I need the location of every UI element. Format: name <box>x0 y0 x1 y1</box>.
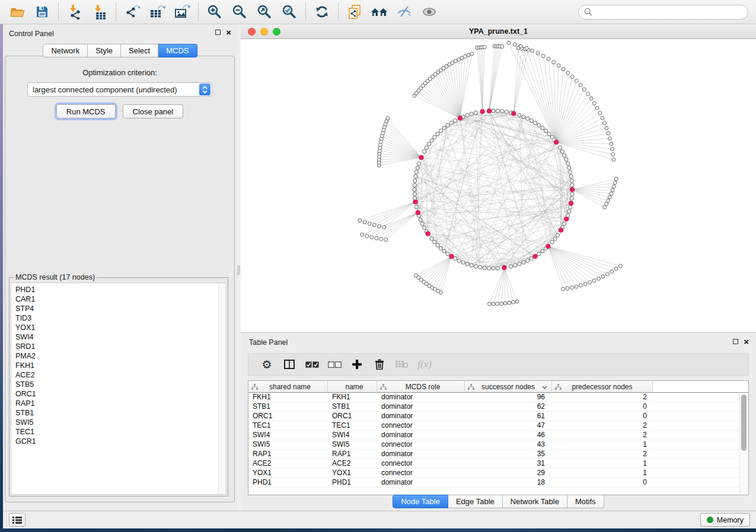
table-row[interactable]: ACE2ACE2connector311 <box>248 459 748 469</box>
table-cell[interactable]: connector <box>377 469 465 477</box>
table-cell[interactable]: ACE2 <box>328 459 377 468</box>
column-header-name[interactable]: name <box>328 381 377 392</box>
tab-motifs[interactable]: Motifs <box>567 495 604 508</box>
table-cell[interactable]: connector <box>377 459 465 468</box>
splitter-handle[interactable] <box>237 265 240 275</box>
mcds-result-item[interactable]: SRD1 <box>15 342 226 351</box>
mcds-result-item[interactable]: STB5 <box>15 380 226 389</box>
mcds-result-item[interactable]: RAP1 <box>15 399 226 408</box>
table-cell[interactable]: 62 <box>465 402 552 411</box>
tab-style[interactable]: Style <box>88 44 121 57</box>
table-cell[interactable]: YOX1 <box>328 469 377 477</box>
table-cell[interactable]: TEC1 <box>248 421 328 430</box>
zoom-in-button[interactable] <box>202 1 227 23</box>
table-cell[interactable]: ACE2 <box>248 459 328 468</box>
mcds-result-item[interactable]: SWI5 <box>15 418 226 427</box>
first-neighbors-button[interactable] <box>367 1 392 23</box>
task-history-button[interactable] <box>9 513 25 527</box>
table-cell[interactable]: 2 <box>552 431 653 440</box>
table-cell[interactable]: connector <box>377 421 465 430</box>
mcds-result-item[interactable]: TID3 <box>15 313 226 323</box>
table-row[interactable]: SWI5SWI5connector431 <box>248 440 748 450</box>
float-panel-icon[interactable] <box>215 30 221 35</box>
table-cell[interactable]: 2 <box>552 421 653 430</box>
table-cell[interactable]: SWI4 <box>248 431 328 440</box>
table-row[interactable]: FKH1FKH1dominator962 <box>248 393 748 402</box>
table-cell[interactable]: 47 <box>465 421 552 430</box>
tab-mcds[interactable]: MCDS <box>158 44 197 57</box>
table-cell[interactable]: FKH1 <box>248 393 328 402</box>
mcds-result-item[interactable]: ACE2 <box>15 370 226 380</box>
column-header-predecessor-nodes[interactable]: predecessor nodes <box>552 381 653 392</box>
open-file-button[interactable] <box>5 1 30 23</box>
criterion-dropdown[interactable]: largest connected component (undirected) <box>27 82 212 97</box>
table-cell[interactable]: dominator <box>377 450 465 459</box>
table-cell[interactable]: 29 <box>465 469 552 477</box>
mcds-result-item[interactable]: STP4 <box>15 304 226 313</box>
mcds-result-item[interactable]: PMA2 <box>15 351 226 361</box>
table-cell[interactable]: YOX1 <box>248 469 328 477</box>
table-cell[interactable]: dominator <box>377 393 465 402</box>
delete-table-button[interactable] <box>391 355 413 373</box>
close-panel-button[interactable]: Close panel <box>123 104 184 118</box>
table-row[interactable]: YOX1YOX1connector291 <box>248 469 748 478</box>
table-row[interactable]: ORC1ORC1dominator610 <box>248 412 748 421</box>
tab-select[interactable]: Select <box>121 44 158 57</box>
table-cell[interactable]: ORC1 <box>328 412 377 421</box>
table-row[interactable]: SWI4SWI4dominator462 <box>248 431 748 440</box>
table-cell[interactable]: SWI5 <box>328 440 377 449</box>
table-cell[interactable]: RAP1 <box>248 450 328 459</box>
search-input[interactable] <box>596 8 748 17</box>
new-network-from-selection-button[interactable] <box>342 1 367 23</box>
export-image-button[interactable] <box>170 1 194 23</box>
table-cell[interactable]: 1 <box>552 459 653 468</box>
deselect-all-button[interactable] <box>323 355 346 373</box>
table-cell[interactable]: 1 <box>552 469 653 477</box>
column-header-shared-name[interactable]: shared name <box>248 381 328 392</box>
show-all-button[interactable] <box>417 1 442 23</box>
table-cell[interactable]: SWI4 <box>328 431 377 440</box>
import-table-button[interactable] <box>87 1 112 23</box>
hide-selected-button[interactable] <box>392 1 417 23</box>
table-cell[interactable]: STB1 <box>328 402 377 411</box>
tab-node-table[interactable]: Node Table <box>393 495 448 508</box>
table-cell[interactable]: RAP1 <box>328 450 377 459</box>
mcds-result-item[interactable]: GCR1 <box>15 437 226 446</box>
table-cell[interactable]: 43 <box>465 440 552 449</box>
table-cell[interactable]: PHD1 <box>248 478 328 487</box>
mcds-list-scrollbar[interactable] <box>218 283 226 494</box>
mcds-result-item[interactable]: SWI4 <box>15 332 226 342</box>
float-table-panel-icon[interactable] <box>733 339 738 344</box>
search-box[interactable] <box>578 5 748 20</box>
mcds-result-item[interactable]: CAR1 <box>15 294 226 304</box>
table-cell[interactable]: 96 <box>465 393 552 402</box>
table-scrollbar[interactable] <box>739 393 748 494</box>
zoom-out-button[interactable] <box>227 1 252 23</box>
zoom-fit-button[interactable] <box>252 1 277 23</box>
table-cell[interactable]: FKH1 <box>328 393 377 402</box>
zoom-selected-button[interactable] <box>277 1 302 23</box>
function-builder-button[interactable]: f(x) <box>413 355 436 373</box>
mcds-result-item[interactable]: STB1 <box>15 408 226 418</box>
table-cell[interactable]: 35 <box>465 450 552 459</box>
mcds-result-item[interactable]: TEC1 <box>15 427 226 437</box>
table-cell[interactable]: 0 <box>552 402 653 411</box>
export-network-button[interactable] <box>120 1 145 23</box>
table-row[interactable]: TEC1TEC1connector472 <box>248 421 748 431</box>
table-cell[interactable]: TEC1 <box>328 421 377 430</box>
table-row[interactable]: RAP1RAP1dominator352 <box>248 450 748 459</box>
table-cell[interactable]: 1 <box>552 440 653 449</box>
column-header-mcds-role[interactable]: MCDS role <box>377 381 465 392</box>
table-cell[interactable]: dominator <box>377 402 465 411</box>
table-cell[interactable]: 2 <box>552 450 653 459</box>
tab-edge-table[interactable]: Edge Table <box>448 495 503 508</box>
table-cell[interactable]: 61 <box>465 412 552 421</box>
table-cell[interactable]: 0 <box>552 478 653 487</box>
table-cell[interactable]: 2 <box>552 393 653 402</box>
table-cell[interactable]: dominator <box>377 412 465 421</box>
column-header-successor-nodes[interactable]: successor nodes <box>465 381 552 392</box>
table-scrollbar-thumb[interactable] <box>741 395 747 451</box>
show-columns-button[interactable] <box>278 355 301 373</box>
table-options-button[interactable]: ⚙ <box>256 355 278 373</box>
table-cell[interactable]: SWI5 <box>248 440 328 449</box>
